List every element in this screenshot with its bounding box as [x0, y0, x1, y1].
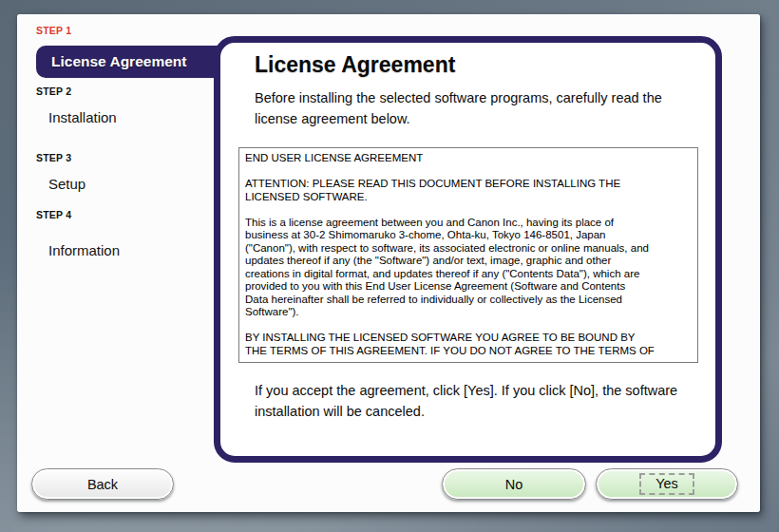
sidebar-item-installation: Installation [48, 109, 117, 125]
accept-instruction-text: If you accept the agreement, click [Yes]… [255, 380, 694, 422]
sidebar-item-setup: Setup [48, 176, 86, 192]
installer-window: STEP 1 License Agreement STEP 2 Installa… [17, 14, 760, 512]
license-agreement-textbox[interactable]: END USER LICENSE AGREEMENT ATTENTION: PL… [238, 147, 698, 363]
sidebar-item-information: Information [48, 242, 120, 258]
sidebar-item-label: License Agreement [36, 53, 186, 70]
content-panel: License Agreement Before installing the … [214, 36, 722, 463]
yes-button[interactable]: Yes [596, 468, 738, 500]
back-button[interactable]: Back [31, 468, 174, 500]
no-button[interactable]: No [442, 468, 586, 500]
sidebar-item-license-agreement: License Agreement [36, 46, 220, 78]
yes-button-label: Yes [656, 476, 678, 491]
step-3-indicator: STEP 3 [36, 152, 71, 163]
step-4-indicator: STEP 4 [36, 209, 71, 220]
step-2-indicator: STEP 2 [36, 86, 71, 97]
page-title: License Agreement [255, 52, 455, 78]
step-1-indicator: STEP 1 [36, 25, 71, 36]
instruction-text: Before installing the selected software … [255, 88, 695, 129]
license-agreement-text: END USER LICENSE AGREEMENT ATTENTION: PL… [245, 152, 692, 357]
desktop-background: { "steps": [ { "step": "STEP 1", "label"… [0, 0, 779, 532]
back-button-label: Back [87, 477, 118, 492]
yes-button-focus-ring: Yes [639, 473, 694, 495]
no-button-label: No [505, 477, 523, 492]
